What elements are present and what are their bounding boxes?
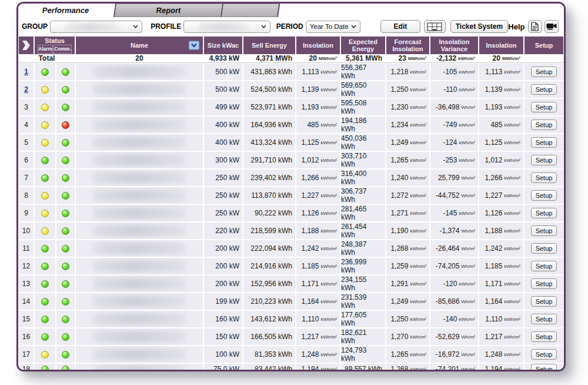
comm-led bbox=[62, 104, 69, 111]
insolation2-cell: 485kWh/m² bbox=[479, 117, 523, 133]
forecast-insolation-cell: 1,240kWh/m² bbox=[386, 170, 429, 186]
setup-button[interactable]: Setup bbox=[531, 364, 557, 371]
alarm-status-cell bbox=[35, 364, 55, 371]
name-cell[interactable] bbox=[76, 99, 203, 115]
row-number-link[interactable]: 14 bbox=[22, 297, 30, 306]
grid-view-button[interactable] bbox=[424, 20, 446, 33]
insolation-cell: 1,110kWh/m² bbox=[296, 311, 340, 327]
row-number-link[interactable]: 6 bbox=[24, 156, 28, 164]
row-number-link[interactable]: 1 bbox=[24, 68, 28, 76]
setup-button[interactable]: Setup bbox=[531, 349, 557, 360]
name-sort-button[interactable] bbox=[189, 41, 199, 50]
row-number-cell: 6 bbox=[19, 152, 34, 168]
comm-status-cell bbox=[56, 187, 75, 204]
row-number-link[interactable]: 13 bbox=[22, 280, 30, 288]
alarm-led bbox=[41, 192, 49, 200]
row-number-link[interactable]: 5 bbox=[24, 138, 28, 147]
alarm-led bbox=[41, 86, 49, 94]
setup-button[interactable]: Setup bbox=[531, 261, 557, 271]
comm-status-cell bbox=[56, 134, 75, 151]
setup-button[interactable]: Setup bbox=[531, 190, 557, 201]
name-cell[interactable] bbox=[76, 346, 203, 363]
row-number-link[interactable]: 16 bbox=[22, 333, 30, 341]
insolation2-header: Insolation bbox=[479, 36, 523, 54]
setup-button[interactable]: Setup bbox=[531, 137, 557, 148]
setup-button[interactable]: Setup bbox=[531, 243, 557, 254]
insolation-cell: 1,125kWh/m² bbox=[296, 134, 340, 151]
insolation2-cell: 1,194kWh/m² bbox=[479, 364, 523, 371]
expected-energy-cell: 303,710 kWh bbox=[341, 152, 385, 168]
profile-label: PROFILE bbox=[151, 22, 181, 31]
row-number-link[interactable]: 17 bbox=[22, 350, 30, 359]
name-cell[interactable] bbox=[76, 258, 203, 274]
row-number-link[interactable]: 4 bbox=[24, 121, 28, 129]
name-cell[interactable] bbox=[76, 311, 203, 327]
help-doc-button[interactable] bbox=[528, 20, 542, 33]
name-cell[interactable] bbox=[76, 364, 203, 371]
row-number-link[interactable]: 3 bbox=[24, 103, 28, 111]
setup-button[interactable]: Setup bbox=[531, 208, 557, 218]
name-cell[interactable] bbox=[76, 187, 203, 204]
row-number-link[interactable]: 11 bbox=[22, 244, 29, 253]
row-number-link[interactable]: 10 bbox=[22, 227, 30, 235]
setup-button[interactable]: Setup bbox=[531, 84, 557, 95]
profile-select[interactable] bbox=[183, 21, 270, 33]
name-cell[interactable] bbox=[76, 293, 203, 310]
setup-button[interactable]: Setup bbox=[531, 314, 557, 324]
forecast-insolation-cell: 1,268kWh/m² bbox=[386, 240, 429, 257]
setup-cell: Setup bbox=[524, 205, 563, 221]
insolation2-cell: 1,248kWh/m² bbox=[479, 346, 523, 363]
row-number-link[interactable]: 9 bbox=[24, 209, 28, 217]
name-cell[interactable] bbox=[76, 223, 203, 239]
name-cell[interactable] bbox=[76, 81, 203, 98]
insolation-variance-cell: -110kWh/m² bbox=[430, 81, 478, 98]
table-row: 18 75.0 kW 83,442 kWh 1,194kWh/m² 89,557… bbox=[19, 364, 563, 371]
table-row: 2 500 kW 524,500 kWh 1,139kWh/m² 569,650… bbox=[19, 81, 563, 98]
setup-button[interactable]: Setup bbox=[531, 296, 557, 307]
period-select[interactable]: Year To Date bbox=[306, 21, 360, 33]
sell-energy-cell: 164,936 kWh bbox=[243, 117, 295, 133]
name-cell[interactable] bbox=[76, 117, 203, 133]
tab-performance[interactable]: Performance bbox=[16, 4, 116, 17]
setup-button[interactable]: Setup bbox=[531, 225, 557, 236]
size-cell: 300 kW bbox=[204, 152, 242, 168]
row-number-link[interactable]: 15 bbox=[22, 315, 30, 323]
setup-button[interactable]: Setup bbox=[531, 278, 557, 289]
setup-button[interactable]: Setup bbox=[531, 331, 557, 342]
expected-energy-header: Expected Energy bbox=[341, 36, 385, 54]
row-number-link[interactable]: 7 bbox=[24, 174, 28, 182]
insolation-variance-cell: -253kWh/m² bbox=[430, 152, 478, 168]
name-cell[interactable] bbox=[76, 240, 203, 257]
sell-energy-cell: 113,870 kWh bbox=[243, 187, 295, 204]
setup-button[interactable]: Setup bbox=[531, 102, 557, 112]
name-cell[interactable] bbox=[76, 328, 203, 345]
row-number-link[interactable]: 2 bbox=[24, 85, 28, 94]
size-cell: 250 kW bbox=[204, 170, 242, 186]
redacted-name bbox=[93, 84, 185, 95]
setup-button[interactable]: Setup bbox=[531, 120, 557, 130]
expected-energy-cell: 89,557 kWh bbox=[341, 364, 385, 371]
group-select[interactable] bbox=[50, 21, 142, 33]
name-cell[interactable] bbox=[76, 205, 203, 221]
name-cell[interactable] bbox=[76, 64, 203, 80]
video-help-button[interactable] bbox=[544, 20, 559, 33]
setup-button[interactable]: Setup bbox=[531, 172, 557, 183]
row-number-link[interactable]: 18 bbox=[22, 365, 30, 371]
setup-button[interactable]: Setup bbox=[531, 67, 557, 77]
tab-report[interactable]: Report bbox=[115, 4, 223, 17]
setup-button[interactable]: Setup bbox=[531, 155, 557, 165]
insolation-cell: 1,139kWh/m² bbox=[296, 81, 340, 98]
row-number-link[interactable]: 8 bbox=[24, 191, 28, 200]
setup-cell: Setup bbox=[524, 240, 563, 257]
row-number-link[interactable]: 12 bbox=[22, 262, 30, 270]
insolation2-cell: 1,193kWh/m² bbox=[479, 99, 523, 115]
name-cell[interactable] bbox=[76, 170, 203, 186]
name-cell[interactable] bbox=[76, 276, 203, 292]
edit-button[interactable]: Edit bbox=[380, 20, 420, 33]
ticket-system-button[interactable]: Ticket System bbox=[450, 20, 509, 33]
name-cell[interactable] bbox=[76, 134, 203, 151]
tab-extra[interactable] bbox=[222, 4, 280, 17]
name-cell[interactable] bbox=[76, 152, 203, 168]
redacted-text bbox=[65, 23, 119, 29]
expand-all-header[interactable] bbox=[19, 36, 34, 54]
